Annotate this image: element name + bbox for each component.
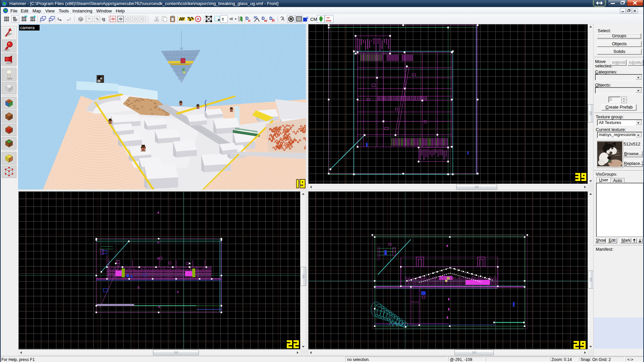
svg-text:L: L [40,20,41,23]
svg-text:R: R [197,17,199,21]
svg-text:tl: tl [231,17,233,21]
svg-text:R: R [272,18,275,22]
svg-text:ig: ig [102,17,105,21]
svg-text:w: w [264,18,267,22]
svg-text:S: S [49,20,50,23]
svg-text:3D: 3D [254,16,257,19]
svg-text:tl: tl [222,17,224,21]
svg-text:draw: draw [326,19,331,22]
svg-text:o: o [248,18,251,22]
svg-text:camera: camera [20,25,35,30]
svg-text:no: no [327,16,330,19]
svg-text:3D: 3D [13,16,16,19]
